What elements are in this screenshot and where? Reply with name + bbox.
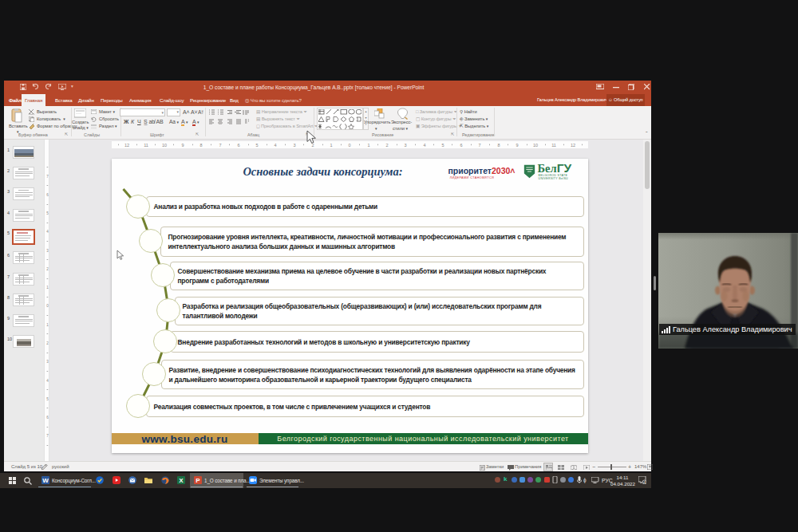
svg-text:6: 6: [237, 142, 239, 147]
svg-text:W: W: [42, 477, 49, 484]
svg-text:4: 4: [274, 142, 276, 147]
svg-text:3: 3: [46, 360, 49, 364]
svg-text:3: 3: [46, 249, 49, 253]
svg-text:6: 6: [46, 193, 49, 197]
svg-text:11: 11: [551, 142, 556, 147]
svg-text:4: 4: [46, 379, 49, 383]
svg-text:1: 1: [46, 286, 49, 290]
svg-text:2: 2: [385, 142, 388, 147]
svg-text:5: 5: [441, 142, 444, 147]
svg-text:5: 5: [46, 397, 49, 401]
svg-text:7: 7: [46, 434, 49, 438]
svg-text:9: 9: [181, 142, 184, 147]
svg-text:7: 7: [219, 142, 221, 147]
svg-text:10: 10: [532, 142, 537, 147]
svg-text:10: 10: [161, 142, 166, 147]
svg-text:1: 1: [367, 142, 369, 147]
svg-text:P: P: [196, 477, 200, 484]
svg-text:12: 12: [124, 142, 128, 147]
svg-text:8: 8: [497, 142, 500, 147]
svg-text:1: 1: [330, 142, 332, 147]
svg-text:11: 11: [144, 142, 148, 147]
svg-text:4: 4: [46, 230, 49, 234]
svg-text:7: 7: [478, 142, 480, 147]
svg-text:7: 7: [46, 175, 49, 179]
svg-text:X: X: [179, 477, 184, 484]
svg-text:6: 6: [460, 142, 462, 147]
svg-text:2: 2: [46, 267, 49, 271]
svg-text:9: 9: [516, 142, 518, 147]
svg-text:5: 5: [255, 142, 258, 147]
svg-text:3: 3: [404, 142, 406, 147]
svg-text:4: 4: [423, 142, 425, 147]
svg-text:8: 8: [200, 142, 202, 147]
svg-text:5: 5: [46, 211, 49, 215]
svg-text:2: 2: [46, 341, 49, 345]
svg-text:0: 0: [46, 304, 49, 308]
svg-text:0: 0: [348, 142, 350, 147]
svg-text:6: 6: [46, 416, 49, 420]
svg-text:1: 1: [46, 323, 49, 327]
svg-text:3: 3: [293, 142, 295, 147]
svg-text:12: 12: [570, 142, 575, 147]
